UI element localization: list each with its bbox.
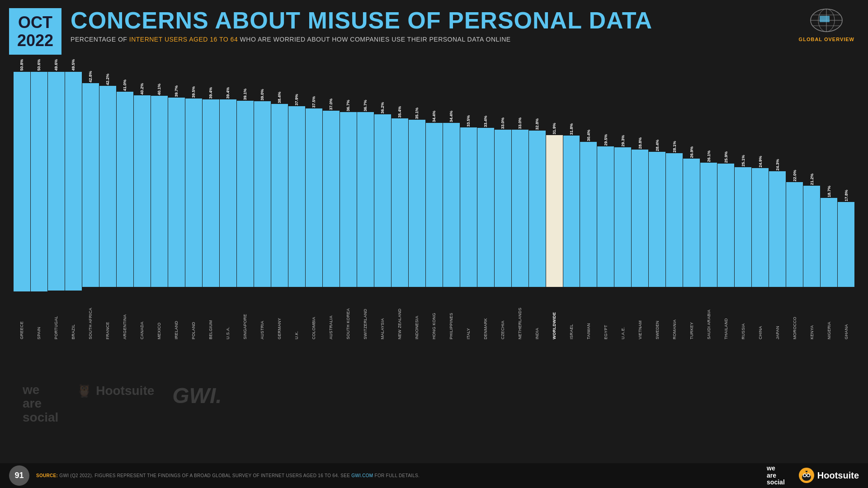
svg-point-12 [807,474,809,477]
bar-group-malaysia: 36.2%MALAYSIA [374,59,391,339]
bar-group-germany: 38.4%GERMANY [271,59,288,339]
bar-value-label: 50.8% [19,59,24,71]
bar-value-label: 26.1% [707,150,711,162]
gwi-link[interactable]: GWI.COM [351,473,373,478]
bar-group-romania: 28.1%ROMANIA [666,59,683,339]
bar-value-label: 49.5% [71,59,75,71]
bar-group-mexico: 40.1%MEXICO [151,59,168,339]
date-month: OCT [18,13,52,32]
bar-country-label: GREECE [19,294,24,339]
bar-rect [649,152,665,287]
bar-country-label: ROMANIA [672,290,677,339]
bar-country-label: WORLDWIDE [552,290,557,339]
bar-group-greece: 50.8%GREECE [14,59,30,339]
bar-group-france: 42.2%FRANCE [99,59,116,339]
bar-value-label: 26.9% [689,146,694,158]
source-body: GWI (Q2 2022). FIGURES REPRESENT THE FIN… [59,473,351,478]
bar-country-label: VIETNAM [638,290,642,339]
bar-group-turkey: 26.9%TURKEY [683,59,700,339]
bar-value-label: 39.0% [260,89,264,101]
bar-country-label: COLOMBIA [311,290,316,339]
bar-rect [99,86,116,287]
bar-rect [151,96,168,287]
bar-rect [323,111,340,287]
page-number: 91 [9,465,29,486]
bar-group-canada: 40.2%CANADA [134,59,151,339]
bar-value-label: 42.2% [105,74,110,85]
bar-value-label: 35.4% [397,106,402,118]
bar-group-czechia: 33.0%CZECHIA [495,59,511,339]
bar-group-belgium: 39.4%BELGIUM [203,59,219,339]
bar-rect [666,153,683,287]
bar-value-label: 29.5% [604,134,608,146]
bar-country-label: KENYA [810,290,814,339]
bar-group-india: 32.8%INDIA [529,59,546,339]
hootsuite-text: Hootsuite [817,470,859,481]
bar-value-label: 35.1% [415,108,419,119]
bar-country-label: MOROCCO [793,290,797,339]
bar-country-label: ARGENTINA [123,290,127,339]
bar-country-label: NETHERLANDS [518,290,522,339]
bar-country-label: MALAYSIA [380,290,385,339]
bar-rect [477,128,494,287]
bar-rect [563,136,580,287]
bar-country-label: CANADA [140,290,144,339]
bar-group-hong-kong: 34.4%HONG KONG [426,59,443,339]
bar-rect [700,163,717,287]
bar-rect [838,202,854,287]
bar-group-spain: 50.6%SPAIN [31,59,47,339]
bar-value-label: 42.8% [88,71,93,83]
chart-container: 50.8%GREECE50.6%SPAIN49.6%PORTUGAL49.5%B… [9,59,859,403]
bar-value-label: 21.2% [810,174,814,185]
logo-we-social: wearesocial [767,465,785,486]
bar-value-label: 36.7% [363,100,368,112]
bar-rect [31,72,47,291]
bar-group-vietnam: 28.8%VIETNAM [632,59,648,339]
bar-country-label: TAIWAN [586,290,591,339]
bar-rect [786,182,803,287]
bar-rect [443,123,460,287]
source-label: SOURCE: [36,473,58,478]
bar-country-label: RUSSIA [741,290,745,339]
bar-country-label: NIGERIA [827,290,831,339]
logos-area: wearesocial Hootsuite [767,465,859,486]
bar-rect [460,127,477,287]
bar-value-label: 25.9% [724,151,728,163]
bar-group-egypt: 29.5%EGYPT [597,59,614,339]
bar-value-label: 22.0% [793,170,797,182]
bar-value-label: 17.8% [844,190,849,202]
bar-value-label: 29.3% [621,135,625,147]
bar-value-label: 39.4% [208,87,213,99]
bar-country-label: BRAZIL [71,293,75,339]
bar-value-label: 28.8% [638,137,642,149]
bar-country-label: U.S.A. [226,290,230,339]
bar-group-sweden: 28.4%SWEDEN [649,59,665,339]
bar-value-label: 33.0% [518,117,522,129]
bar-group-italy: 33.5%ITALY [460,59,477,339]
watermark-hootsuite: 🦉 Hootsuite [76,383,154,425]
bar-group-colombia: 37.5%COLOMBIA [306,59,322,339]
bar-value-label: 31.8% [569,123,574,135]
bar-country-label: GHANA [844,290,849,339]
bar-rect [306,108,322,287]
bar-group-switzerland: 36.7%SWITZERLAND [357,59,374,339]
bar-rect [134,95,151,287]
bar-value-label: 37.0% [329,99,333,110]
bar-group-portugal: 49.6%PORTUGAL [48,59,65,339]
bar-rect [14,72,30,292]
bar-rect [821,198,837,287]
globe-icon [808,7,844,34]
bar-value-label: 36.7% [346,100,350,112]
bar-country-label: SOUTH AFRICA [88,290,93,339]
bar-rect [752,168,769,287]
bar-group-philippines: 34.4%PHILIPPINES [443,59,460,339]
date-box: OCT 2022 [9,8,61,55]
bar-value-label: 41.0% [123,80,127,91]
bar-country-label: INDONESIA [415,290,419,339]
bar-group-china: 24.9%CHINA [752,59,769,339]
bar-group-kenya: 21.2%KENYA [803,59,820,339]
bar-country-label: IRELAND [174,290,179,339]
header: OCT 2022 CONCERNS ABOUT MISUSE OF PERSON… [0,0,868,59]
bar-country-label: MEXICO [157,290,161,339]
bar-group-nigeria: 18.7%NIGERIA [821,59,837,339]
